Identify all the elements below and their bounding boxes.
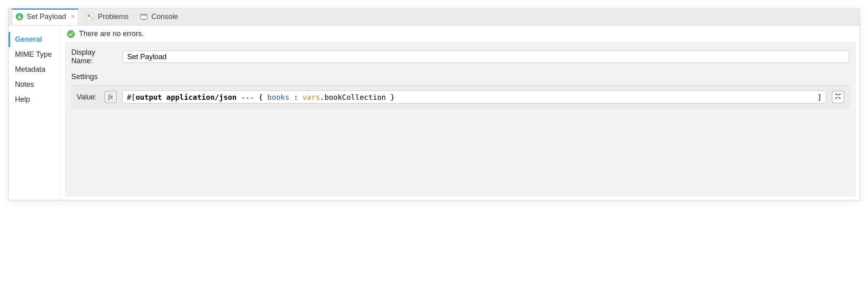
problems-icon	[86, 13, 94, 21]
value-label: Value:	[77, 93, 99, 101]
tab-set-payload[interactable]: Set Payload ×	[12, 9, 78, 25]
close-icon[interactable]: ×	[71, 13, 75, 20]
console-icon	[140, 13, 148, 21]
sidebar-item-help[interactable]: Help	[9, 92, 61, 107]
expand-button[interactable]	[832, 91, 844, 103]
sidebar-item-label: Metadata	[15, 65, 45, 73]
value-expression-input[interactable]: #[ output application/json --- { books :…	[122, 90, 826, 103]
svg-point-2	[88, 15, 90, 17]
svg-rect-1	[87, 14, 94, 20]
status-row: There are no errors.	[61, 26, 859, 42]
fx-button[interactable]: fx	[105, 91, 117, 103]
form-area: Display Name: Settings Value: fx #[ outp…	[65, 42, 855, 196]
settings-label: Settings	[71, 73, 849, 81]
sidebar: General MIME Type Metadata Notes Help	[9, 26, 61, 200]
tab-console[interactable]: Console	[137, 9, 181, 25]
sidebar-item-label: Help	[15, 95, 30, 103]
sidebar-item-label: Notes	[15, 80, 34, 88]
display-name-row: Display Name:	[71, 48, 849, 65]
fx-icon: fx	[108, 93, 113, 101]
svg-rect-6	[143, 19, 145, 20]
value-row: Value: fx #[ output application/json ---…	[77, 90, 844, 103]
svg-point-7	[67, 30, 75, 38]
ok-icon	[67, 30, 75, 38]
tab-problems[interactable]: Problems	[83, 9, 132, 25]
svg-point-3	[91, 17, 93, 19]
set-payload-icon	[15, 13, 24, 21]
tabbar: Set Payload × Problems Console	[9, 9, 859, 26]
sidebar-item-label: General	[15, 35, 42, 43]
main-panel: There are no errors. Display Name: Setti…	[61, 26, 859, 200]
tab-label: Set Payload	[27, 13, 66, 21]
sidebar-item-label: MIME Type	[15, 50, 52, 58]
settings-block: Value: fx #[ output application/json ---…	[71, 85, 849, 109]
editor-window: Set Payload × Problems Console	[8, 8, 860, 200]
tab-label: Problems	[98, 13, 128, 21]
tab-label: Console	[151, 13, 178, 21]
sidebar-item-general[interactable]: General	[9, 32, 61, 47]
expand-icon	[834, 92, 842, 101]
sidebar-item-mime-type[interactable]: MIME Type	[9, 47, 61, 62]
svg-rect-5	[141, 14, 147, 15]
display-name-label: Display Name:	[71, 48, 118, 65]
content: General MIME Type Metadata Notes Help	[9, 26, 859, 200]
sidebar-item-metadata[interactable]: Metadata	[9, 62, 61, 77]
display-name-input[interactable]	[123, 51, 849, 63]
status-text: There are no errors.	[79, 30, 144, 38]
sidebar-item-notes[interactable]: Notes	[9, 77, 61, 92]
